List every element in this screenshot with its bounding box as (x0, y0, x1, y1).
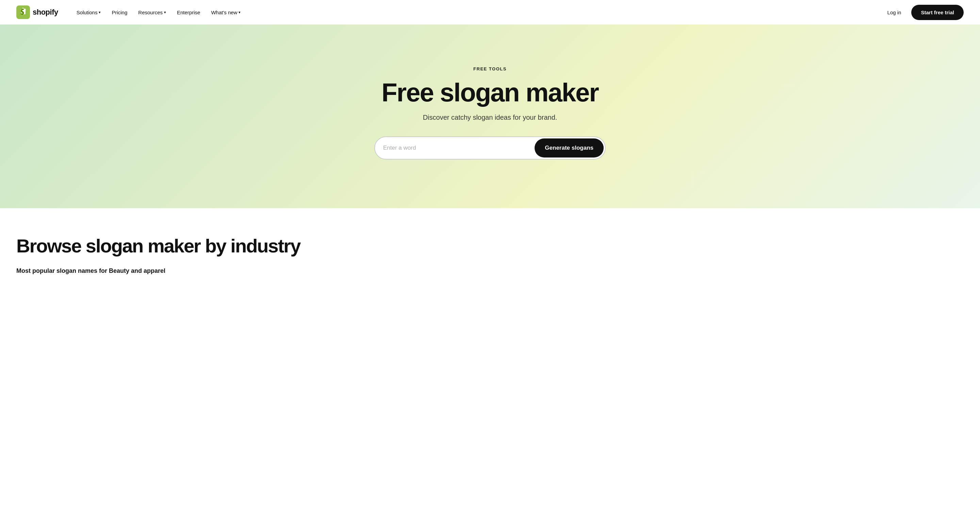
nav-links: Solutions ▾ Pricing Resources ▾ Enterpri… (72, 7, 883, 18)
hero-eyebrow: FREE TOOLS (473, 66, 507, 71)
browse-section: Browse slogan maker by industry Most pop… (0, 208, 980, 288)
nav-solutions[interactable]: Solutions ▾ (72, 7, 106, 18)
browse-subtitle: Most popular slogan names for Beauty and… (16, 267, 964, 275)
hero-subtitle: Discover catchy slogan ideas for your br… (423, 114, 557, 121)
start-trial-button[interactable]: Start free trial (911, 5, 964, 20)
solutions-chevron-icon: ▾ (99, 10, 101, 14)
nav-whats-new[interactable]: What's new ▾ (206, 7, 245, 18)
whats-new-chevron-icon: ▾ (239, 10, 240, 14)
nav-enterprise[interactable]: Enterprise (172, 7, 205, 18)
generate-slogans-button[interactable]: Generate slogans (535, 138, 604, 157)
hero-title: Free slogan maker (382, 78, 598, 107)
slogan-search-form: Generate slogans (374, 136, 606, 160)
logo-link[interactable]: shopify (16, 5, 58, 19)
resources-chevron-icon: ▾ (164, 10, 166, 14)
logo-text: shopify (33, 8, 58, 17)
shopify-logo-icon (16, 5, 30, 19)
browse-title: Browse slogan maker by industry (16, 235, 964, 257)
slogan-search-input[interactable] (383, 144, 535, 151)
login-link[interactable]: Log in (883, 7, 906, 18)
navbar: shopify Solutions ▾ Pricing Resources ▾ … (0, 0, 980, 24)
nav-actions: Log in Start free trial (883, 5, 964, 20)
nav-pricing[interactable]: Pricing (107, 7, 132, 18)
hero-section: FREE TOOLS Free slogan maker Discover ca… (0, 24, 980, 208)
nav-resources[interactable]: Resources ▾ (134, 7, 171, 18)
